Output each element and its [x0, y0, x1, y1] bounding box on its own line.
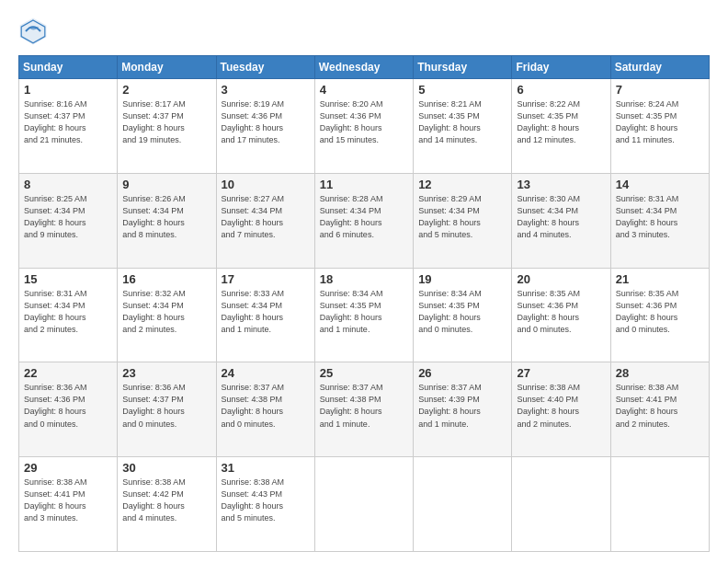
calendar-cell: 8Sunrise: 8:25 AMSunset: 4:34 PMDaylight… — [19, 173, 118, 268]
day-info: Sunrise: 8:29 AMSunset: 4:34 PMDaylight:… — [418, 193, 506, 241]
calendar-cell: 19Sunrise: 8:34 AMSunset: 4:35 PMDayligh… — [414, 268, 512, 362]
weekday-header-monday: Monday — [118, 56, 216, 79]
logo-icon — [18, 17, 48, 46]
calendar-cell: 17Sunrise: 8:33 AMSunset: 4:34 PMDayligh… — [216, 268, 314, 362]
day-number: 8 — [24, 178, 112, 191]
day-info: Sunrise: 8:20 AMSunset: 4:36 PMDaylight:… — [320, 98, 408, 146]
calendar-week-3: 15Sunrise: 8:31 AMSunset: 4:34 PMDayligh… — [19, 268, 710, 362]
svg-marker-0 — [20, 18, 47, 45]
calendar-cell: 24Sunrise: 8:37 AMSunset: 4:38 PMDayligh… — [216, 362, 314, 457]
calendar-cell: 20Sunrise: 8:35 AMSunset: 4:36 PMDayligh… — [512, 268, 610, 362]
day-info: Sunrise: 8:38 AMSunset: 4:43 PMDaylight:… — [222, 477, 310, 524]
day-number: 20 — [517, 272, 605, 286]
calendar-cell: 30Sunrise: 8:38 AMSunset: 4:42 PMDayligh… — [118, 457, 216, 552]
calendar-cell: 10Sunrise: 8:27 AMSunset: 4:34 PMDayligh… — [216, 173, 314, 268]
day-info: Sunrise: 8:37 AMSunset: 4:38 PMDaylight:… — [222, 382, 310, 430]
day-info: Sunrise: 8:38 AMSunset: 4:41 PMDaylight:… — [24, 477, 112, 524]
day-info: Sunrise: 8:26 AMSunset: 4:34 PMDaylight:… — [122, 193, 210, 241]
day-number: 29 — [24, 461, 112, 475]
day-number: 19 — [418, 272, 506, 286]
day-info: Sunrise: 8:38 AMSunset: 4:40 PMDaylight:… — [517, 382, 605, 430]
day-info: Sunrise: 8:27 AMSunset: 4:34 PMDaylight:… — [222, 193, 310, 241]
day-number: 4 — [320, 83, 408, 97]
day-info: Sunrise: 8:25 AMSunset: 4:34 PMDaylight:… — [24, 193, 112, 241]
day-info: Sunrise: 8:31 AMSunset: 4:34 PMDaylight:… — [24, 288, 112, 336]
calendar-cell: 22Sunrise: 8:36 AMSunset: 4:36 PMDayligh… — [19, 362, 118, 457]
day-number: 17 — [222, 272, 310, 286]
day-number: 24 — [222, 366, 310, 380]
header — [18, 17, 710, 46]
day-info: Sunrise: 8:28 AMSunset: 4:34 PMDaylight:… — [320, 193, 408, 241]
day-info: Sunrise: 8:32 AMSunset: 4:34 PMDaylight:… — [122, 288, 210, 336]
day-number: 10 — [222, 178, 310, 191]
day-info: Sunrise: 8:22 AMSunset: 4:35 PMDaylight:… — [517, 98, 605, 146]
day-info: Sunrise: 8:34 AMSunset: 4:35 PMDaylight:… — [320, 288, 408, 336]
day-info: Sunrise: 8:34 AMSunset: 4:35 PMDaylight:… — [418, 288, 506, 336]
day-number: 12 — [418, 178, 506, 191]
calendar-cell — [512, 457, 610, 552]
calendar-cell: 2Sunrise: 8:17 AMSunset: 4:37 PMDaylight… — [118, 79, 216, 174]
calendar-week-5: 29Sunrise: 8:38 AMSunset: 4:41 PMDayligh… — [19, 457, 710, 552]
day-info: Sunrise: 8:31 AMSunset: 4:34 PMDaylight:… — [616, 193, 704, 241]
calendar-cell: 5Sunrise: 8:21 AMSunset: 4:35 PMDaylight… — [414, 79, 512, 174]
day-number: 1 — [24, 83, 112, 97]
day-info: Sunrise: 8:30 AMSunset: 4:34 PMDaylight:… — [517, 193, 605, 241]
calendar-cell: 13Sunrise: 8:30 AMSunset: 4:34 PMDayligh… — [512, 173, 610, 268]
calendar-cell: 12Sunrise: 8:29 AMSunset: 4:34 PMDayligh… — [414, 173, 512, 268]
calendar-cell: 31Sunrise: 8:38 AMSunset: 4:43 PMDayligh… — [216, 457, 314, 552]
calendar-cell: 29Sunrise: 8:38 AMSunset: 4:41 PMDayligh… — [19, 457, 118, 552]
weekday-header-saturday: Saturday — [610, 56, 709, 79]
day-number: 30 — [122, 461, 210, 475]
day-info: Sunrise: 8:21 AMSunset: 4:35 PMDaylight:… — [418, 98, 506, 146]
day-info: Sunrise: 8:17 AMSunset: 4:37 PMDaylight:… — [122, 98, 210, 146]
day-number: 5 — [418, 83, 506, 97]
day-number: 9 — [122, 178, 210, 191]
calendar-cell — [314, 457, 413, 552]
calendar-cell: 15Sunrise: 8:31 AMSunset: 4:34 PMDayligh… — [19, 268, 118, 362]
day-info: Sunrise: 8:38 AMSunset: 4:42 PMDaylight:… — [122, 477, 210, 524]
weekday-header-row: SundayMondayTuesdayWednesdayThursdayFrid… — [19, 56, 710, 79]
day-number: 22 — [24, 366, 112, 380]
day-info: Sunrise: 8:37 AMSunset: 4:38 PMDaylight:… — [320, 382, 408, 430]
page: SundayMondayTuesdayWednesdayThursdayFrid… — [0, 0, 728, 563]
calendar-cell: 23Sunrise: 8:36 AMSunset: 4:37 PMDayligh… — [118, 362, 216, 457]
day-number: 28 — [616, 366, 704, 380]
calendar-cell: 7Sunrise: 8:24 AMSunset: 4:35 PMDaylight… — [610, 79, 709, 174]
day-info: Sunrise: 8:38 AMSunset: 4:41 PMDaylight:… — [616, 382, 704, 430]
weekday-header-tuesday: Tuesday — [216, 56, 314, 79]
calendar-cell: 27Sunrise: 8:38 AMSunset: 4:40 PMDayligh… — [512, 362, 610, 457]
calendar-table: SundayMondayTuesdayWednesdayThursdayFrid… — [18, 55, 710, 552]
calendar-cell: 9Sunrise: 8:26 AMSunset: 4:34 PMDaylight… — [118, 173, 216, 268]
day-info: Sunrise: 8:37 AMSunset: 4:39 PMDaylight:… — [418, 382, 506, 430]
calendar-cell: 4Sunrise: 8:20 AMSunset: 4:36 PMDaylight… — [314, 79, 413, 174]
calendar-cell: 3Sunrise: 8:19 AMSunset: 4:36 PMDaylight… — [216, 79, 314, 174]
calendar-week-1: 1Sunrise: 8:16 AMSunset: 4:37 PMDaylight… — [19, 79, 710, 174]
day-number: 11 — [320, 178, 408, 191]
calendar-cell: 1Sunrise: 8:16 AMSunset: 4:37 PMDaylight… — [19, 79, 118, 174]
day-info: Sunrise: 8:19 AMSunset: 4:36 PMDaylight:… — [222, 98, 310, 146]
day-number: 7 — [616, 83, 704, 97]
day-number: 15 — [24, 272, 112, 286]
logo — [18, 17, 51, 46]
calendar-cell: 14Sunrise: 8:31 AMSunset: 4:34 PMDayligh… — [610, 173, 709, 268]
calendar-cell: 26Sunrise: 8:37 AMSunset: 4:39 PMDayligh… — [414, 362, 512, 457]
weekday-header-wednesday: Wednesday — [314, 56, 413, 79]
weekday-header-sunday: Sunday — [19, 56, 118, 79]
day-number: 16 — [122, 272, 210, 286]
calendar-cell: 11Sunrise: 8:28 AMSunset: 4:34 PMDayligh… — [314, 173, 413, 268]
calendar-cell: 16Sunrise: 8:32 AMSunset: 4:34 PMDayligh… — [118, 268, 216, 362]
day-number: 3 — [222, 83, 310, 97]
day-info: Sunrise: 8:33 AMSunset: 4:34 PMDaylight:… — [222, 288, 310, 336]
calendar-week-2: 8Sunrise: 8:25 AMSunset: 4:34 PMDaylight… — [19, 173, 710, 268]
day-number: 13 — [517, 178, 605, 191]
calendar-cell: 18Sunrise: 8:34 AMSunset: 4:35 PMDayligh… — [314, 268, 413, 362]
day-number: 18 — [320, 272, 408, 286]
day-info: Sunrise: 8:24 AMSunset: 4:35 PMDaylight:… — [616, 98, 704, 146]
day-number: 31 — [222, 461, 310, 475]
calendar-cell — [610, 457, 709, 552]
calendar-cell — [414, 457, 512, 552]
weekday-header-friday: Friday — [512, 56, 610, 79]
day-info: Sunrise: 8:35 AMSunset: 4:36 PMDaylight:… — [616, 288, 704, 336]
day-info: Sunrise: 8:36 AMSunset: 4:37 PMDaylight:… — [122, 382, 210, 430]
day-number: 23 — [122, 366, 210, 380]
